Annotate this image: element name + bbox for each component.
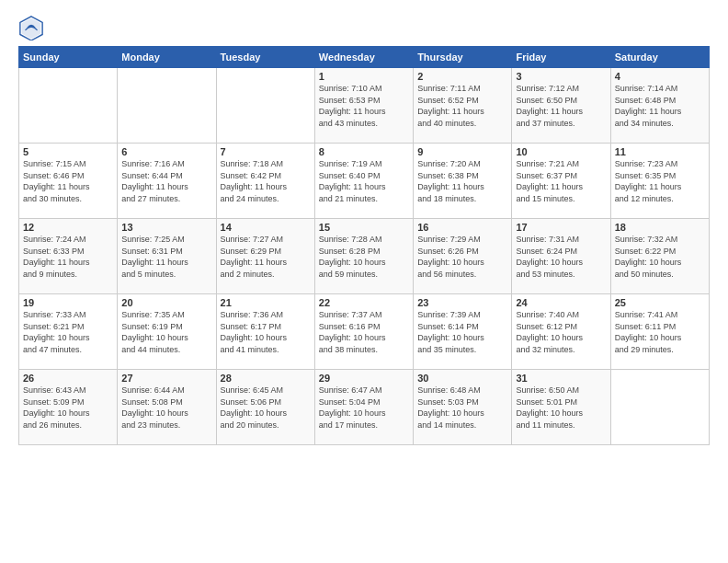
day-number: 6 <box>121 146 211 157</box>
day-cell: 19Sunrise: 7:33 AM Sunset: 6:21 PM Dayli… <box>19 294 118 370</box>
day-number: 23 <box>417 297 507 308</box>
day-cell: 14Sunrise: 7:27 AM Sunset: 6:29 PM Dayli… <box>216 219 314 294</box>
day-info: Sunrise: 7:31 AM Sunset: 6:24 PM Dayligh… <box>516 234 606 280</box>
day-cell: 1Sunrise: 7:10 AM Sunset: 6:53 PM Daylig… <box>314 68 413 144</box>
day-cell: 23Sunrise: 7:39 AM Sunset: 6:14 PM Dayli… <box>414 294 512 370</box>
day-info: Sunrise: 7:23 AM Sunset: 6:35 PM Dayligh… <box>615 158 705 204</box>
logo <box>18 15 48 40</box>
day-info: Sunrise: 7:25 AM Sunset: 6:31 PM Dayligh… <box>121 234 211 280</box>
day-info: Sunrise: 7:39 AM Sunset: 6:14 PM Dayligh… <box>417 309 507 355</box>
day-number: 27 <box>121 373 211 384</box>
day-info: Sunrise: 7:21 AM Sunset: 6:37 PM Dayligh… <box>516 158 606 204</box>
day-info: Sunrise: 7:32 AM Sunset: 6:22 PM Dayligh… <box>615 234 705 280</box>
day-cell: 18Sunrise: 7:32 AM Sunset: 6:22 PM Dayli… <box>610 219 709 294</box>
day-info: Sunrise: 7:19 AM Sunset: 6:40 PM Dayligh… <box>319 158 409 204</box>
day-info: Sunrise: 6:43 AM Sunset: 5:09 PM Dayligh… <box>23 385 113 431</box>
day-number: 12 <box>23 222 113 233</box>
day-info: Sunrise: 7:12 AM Sunset: 6:50 PM Dayligh… <box>516 83 606 129</box>
day-cell: 26Sunrise: 6:43 AM Sunset: 5:09 PM Dayli… <box>19 370 118 445</box>
day-number: 31 <box>516 373 606 384</box>
day-cell: 17Sunrise: 7:31 AM Sunset: 6:24 PM Dayli… <box>512 219 610 294</box>
calendar-table: SundayMondayTuesdayWednesdayThursdayFrid… <box>18 46 710 445</box>
day-cell: 6Sunrise: 7:16 AM Sunset: 6:44 PM Daylig… <box>118 144 216 219</box>
day-info: Sunrise: 7:37 AM Sunset: 6:16 PM Dayligh… <box>319 309 409 355</box>
header <box>18 15 710 40</box>
day-info: Sunrise: 7:33 AM Sunset: 6:21 PM Dayligh… <box>23 309 113 355</box>
day-number: 1 <box>319 71 409 82</box>
weekday-header-monday: Monday <box>118 47 216 68</box>
day-cell: 28Sunrise: 6:45 AM Sunset: 5:06 PM Dayli… <box>216 370 314 445</box>
day-number: 8 <box>319 146 409 157</box>
day-info: Sunrise: 7:35 AM Sunset: 6:19 PM Dayligh… <box>121 309 211 355</box>
day-info: Sunrise: 6:44 AM Sunset: 5:08 PM Dayligh… <box>121 385 211 431</box>
day-info: Sunrise: 7:20 AM Sunset: 6:38 PM Dayligh… <box>417 158 507 204</box>
day-cell <box>610 370 709 445</box>
day-info: Sunrise: 7:10 AM Sunset: 6:53 PM Dayligh… <box>319 83 409 129</box>
day-cell: 8Sunrise: 7:19 AM Sunset: 6:40 PM Daylig… <box>314 144 413 219</box>
calendar-header: SundayMondayTuesdayWednesdayThursdayFrid… <box>19 47 710 68</box>
day-number: 30 <box>417 373 507 384</box>
day-info: Sunrise: 6:45 AM Sunset: 5:06 PM Dayligh… <box>221 385 311 431</box>
day-cell <box>216 68 314 144</box>
day-cell: 24Sunrise: 7:40 AM Sunset: 6:12 PM Dayli… <box>512 294 610 370</box>
day-cell: 2Sunrise: 7:11 AM Sunset: 6:52 PM Daylig… <box>414 68 512 144</box>
day-cell: 9Sunrise: 7:20 AM Sunset: 6:38 PM Daylig… <box>414 144 512 219</box>
day-info: Sunrise: 7:14 AM Sunset: 6:48 PM Dayligh… <box>615 83 705 129</box>
day-number: 19 <box>23 297 113 308</box>
day-info: Sunrise: 7:28 AM Sunset: 6:28 PM Dayligh… <box>319 234 409 280</box>
day-cell: 27Sunrise: 6:44 AM Sunset: 5:08 PM Dayli… <box>118 370 216 445</box>
day-number: 29 <box>319 373 409 384</box>
day-number: 25 <box>615 297 705 308</box>
page: SundayMondayTuesdayWednesdayThursdayFrid… <box>0 0 728 563</box>
day-cell: 5Sunrise: 7:15 AM Sunset: 6:46 PM Daylig… <box>19 144 118 219</box>
day-cell: 15Sunrise: 7:28 AM Sunset: 6:28 PM Dayli… <box>314 219 413 294</box>
day-number: 28 <box>221 373 311 384</box>
day-number: 18 <box>615 222 705 233</box>
day-number: 5 <box>23 146 113 157</box>
logo-icon <box>18 15 44 40</box>
day-info: Sunrise: 7:11 AM Sunset: 6:52 PM Dayligh… <box>417 83 507 129</box>
day-number: 4 <box>615 71 705 82</box>
day-cell: 29Sunrise: 6:47 AM Sunset: 5:04 PM Dayli… <box>314 370 413 445</box>
day-cell: 16Sunrise: 7:29 AM Sunset: 6:26 PM Dayli… <box>414 219 512 294</box>
day-info: Sunrise: 7:41 AM Sunset: 6:11 PM Dayligh… <box>615 309 705 355</box>
day-number: 10 <box>516 146 606 157</box>
weekday-header-wednesday: Wednesday <box>314 47 413 68</box>
svg-marker-0 <box>22 18 41 39</box>
day-number: 26 <box>23 373 113 384</box>
day-number: 3 <box>516 71 606 82</box>
weekday-header-tuesday: Tuesday <box>216 47 314 68</box>
week-row-2: 5Sunrise: 7:15 AM Sunset: 6:46 PM Daylig… <box>19 144 710 219</box>
day-cell <box>19 68 118 144</box>
day-number: 7 <box>221 146 311 157</box>
week-row-5: 26Sunrise: 6:43 AM Sunset: 5:09 PM Dayli… <box>19 370 710 445</box>
day-cell: 31Sunrise: 6:50 AM Sunset: 5:01 PM Dayli… <box>512 370 610 445</box>
day-info: Sunrise: 7:36 AM Sunset: 6:17 PM Dayligh… <box>221 309 311 355</box>
day-info: Sunrise: 7:15 AM Sunset: 6:46 PM Dayligh… <box>23 158 113 204</box>
day-info: Sunrise: 7:18 AM Sunset: 6:42 PM Dayligh… <box>221 158 311 204</box>
weekday-header-sunday: Sunday <box>19 47 118 68</box>
day-cell: 7Sunrise: 7:18 AM Sunset: 6:42 PM Daylig… <box>216 144 314 219</box>
day-cell: 20Sunrise: 7:35 AM Sunset: 6:19 PM Dayli… <box>118 294 216 370</box>
day-info: Sunrise: 6:50 AM Sunset: 5:01 PM Dayligh… <box>516 385 606 431</box>
week-row-1: 1Sunrise: 7:10 AM Sunset: 6:53 PM Daylig… <box>19 68 710 144</box>
day-cell: 13Sunrise: 7:25 AM Sunset: 6:31 PM Dayli… <box>118 219 216 294</box>
day-info: Sunrise: 7:27 AM Sunset: 6:29 PM Dayligh… <box>221 234 311 280</box>
day-number: 15 <box>319 222 409 233</box>
day-number: 24 <box>516 297 606 308</box>
day-cell: 30Sunrise: 6:48 AM Sunset: 5:03 PM Dayli… <box>414 370 512 445</box>
day-cell: 10Sunrise: 7:21 AM Sunset: 6:37 PM Dayli… <box>512 144 610 219</box>
day-number: 13 <box>121 222 211 233</box>
weekday-header-friday: Friday <box>512 47 610 68</box>
day-number: 21 <box>221 297 311 308</box>
day-cell: 22Sunrise: 7:37 AM Sunset: 6:16 PM Dayli… <box>314 294 413 370</box>
weekday-header-thursday: Thursday <box>414 47 512 68</box>
day-number: 14 <box>221 222 311 233</box>
day-info: Sunrise: 7:24 AM Sunset: 6:33 PM Dayligh… <box>23 234 113 280</box>
weekday-header-saturday: Saturday <box>610 47 709 68</box>
day-cell <box>118 68 216 144</box>
day-info: Sunrise: 7:40 AM Sunset: 6:12 PM Dayligh… <box>516 309 606 355</box>
week-row-4: 19Sunrise: 7:33 AM Sunset: 6:21 PM Dayli… <box>19 294 710 370</box>
day-cell: 3Sunrise: 7:12 AM Sunset: 6:50 PM Daylig… <box>512 68 610 144</box>
day-info: Sunrise: 6:48 AM Sunset: 5:03 PM Dayligh… <box>417 385 507 431</box>
